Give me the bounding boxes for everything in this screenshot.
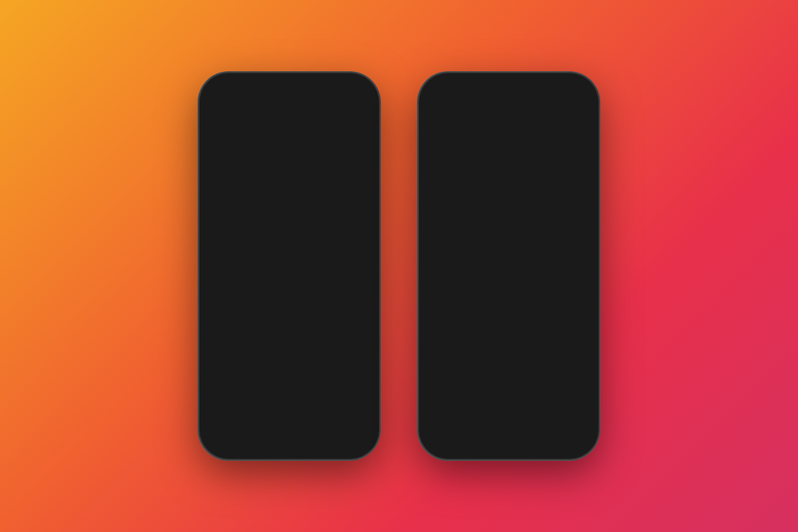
heart-icon-2[interactable]: ♡	[279, 329, 285, 336]
comment-username-1: eloears	[219, 292, 241, 299]
action-buttons-1: ⊕ ? ➤	[341, 396, 372, 406]
comments-2: eloears are you going on tour soon? ♡ ph…	[419, 285, 508, 386]
svg-rect-13	[314, 189, 356, 192]
battery-icon-1: ▮	[362, 90, 366, 98]
comment-placeholder-2: Add a Comment...	[434, 397, 493, 405]
controls-bar-2: 🎙 📹 🙂 ↺	[419, 257, 598, 280]
heart-icon-2-3[interactable]: ♡	[498, 356, 504, 363]
comment-avatar-2-3	[423, 356, 435, 368]
add-content-button-1[interactable]: ⊕	[341, 396, 349, 406]
share-button-2[interactable]: ➤	[585, 396, 592, 406]
camera-icon-2[interactable]: 📹	[490, 263, 501, 274]
comment-text-2-3: Love this.	[439, 372, 465, 378]
heart-icon-2-2[interactable]: ♡	[498, 328, 504, 335]
comment-avatar-3	[203, 356, 215, 368]
status-bar-1: 9:41 ▌▌▌ ▾ ▮	[200, 73, 379, 102]
status-icons-2: ▌▌▌ ▾ ▮	[557, 90, 585, 98]
more-button-1[interactable]: •••	[328, 396, 336, 406]
svg-rect-52	[534, 306, 574, 316]
video-cell-1-4	[290, 280, 379, 386]
comment-input-2[interactable]: Add a Comment...	[426, 391, 542, 411]
live-badge-1[interactable]: LIVE	[303, 110, 327, 120]
svg-rect-40	[551, 161, 557, 168]
host-username-2: photosbyean, ame...	[448, 111, 518, 119]
video-grid-1	[200, 128, 379, 257]
close-button-2[interactable]: ✕	[583, 109, 592, 122]
svg-point-28	[429, 117, 440, 124]
camera-icon-1[interactable]: 📹	[271, 263, 282, 274]
comment-content-2: photosbyean Hey friend!!	[219, 328, 275, 352]
host-avatar-2	[426, 106, 444, 124]
video-grid-bottom-1: eloears are you going on tour soon? ♡ ph…	[200, 280, 379, 386]
rotate-icon-2[interactable]: ↺	[545, 263, 553, 274]
svg-rect-26	[293, 380, 376, 386]
question-button-2[interactable]: ?	[574, 396, 579, 406]
phone-2: 9:41 ▌▌▌ ▾ ▮ photosbyean, ame... LIVE ◉ …	[419, 73, 598, 459]
svg-point-27	[432, 110, 438, 117]
mic-icon-1[interactable]: 🎙	[245, 263, 255, 274]
home-bar-2	[469, 420, 549, 423]
comment-content-1: eloears are you going on tour soon?	[219, 288, 275, 324]
heart-icon-1[interactable]: ♡	[279, 289, 285, 297]
comment-content-3: travis_shreds18 Love this.	[219, 356, 275, 380]
svg-point-0	[212, 110, 219, 117]
status-time-2: 9:41	[432, 88, 451, 98]
heart-icon-3[interactable]: ♡	[279, 357, 285, 364]
comment-row-2-1: eloears are you going on tour soon? ♡	[423, 288, 504, 324]
video-cell-2-2-gray	[509, 128, 598, 192]
emoji-icon-2[interactable]: 🙂	[517, 263, 529, 274]
comment-username-2-3: travis_shreds18	[439, 360, 485, 366]
eye-icon-1: ◉	[334, 112, 340, 119]
eye-icon-2: ◉	[554, 112, 560, 119]
more-button-2[interactable]: •••	[547, 396, 556, 406]
svg-rect-33	[460, 158, 467, 161]
live-badge-2[interactable]: LIVE	[522, 110, 546, 120]
viewers-badge-1: ◉ 20k	[331, 110, 357, 120]
svg-rect-34	[446, 166, 481, 192]
svg-rect-7	[226, 166, 261, 192]
viewers-badge-2: ◉ 20k	[550, 110, 577, 120]
comment-text-2: Hey friend!!	[219, 344, 250, 350]
close-button-1[interactable]: ✕	[364, 109, 372, 122]
video-grid-2	[419, 128, 598, 257]
question-button-1[interactable]: ?	[354, 396, 360, 406]
comment-input-1[interactable]: Add a Comment...	[206, 391, 323, 411]
svg-point-11	[325, 137, 345, 153]
svg-point-39	[551, 155, 557, 161]
viewer-count-2: 20k	[562, 112, 573, 119]
home-indicator-2	[419, 416, 598, 428]
share-button-1[interactable]: ➤	[365, 396, 372, 406]
video-grid-bottom-2: eloears are you going on tour soon? ♡ ph…	[419, 280, 598, 386]
comment-content-2-2: photosbyean Hey friend!!	[439, 328, 494, 352]
wifi-icon-1: ▾	[355, 90, 359, 98]
comment-text-1: are you going on tour soon?	[219, 304, 264, 323]
emoji-icon-1[interactable]: 🙂	[298, 263, 309, 274]
mic-icon-2[interactable]: 🎙	[465, 263, 474, 274]
comment-avatar-2-1	[423, 288, 435, 300]
comment-username-2-1: eloears	[439, 292, 460, 299]
comment-text-2-1: are you going on tour soon?	[439, 304, 483, 323]
signal-icon-2: ▌▌▌	[557, 90, 572, 98]
comment-avatar-2-2	[423, 328, 435, 340]
comment-content-2-1: eloears are you going on tour soon?	[439, 288, 494, 324]
svg-rect-12	[320, 166, 348, 192]
action-buttons-2: ⊕ ? ➤	[561, 396, 592, 406]
comment-row-2-2: photosbyean Hey friend!! ♡	[423, 328, 504, 352]
status-icons-1: ▌▌▌ ▾ ▮	[337, 90, 366, 98]
video-cell-2-1	[419, 128, 508, 192]
video-cell-1-3: eloears are you going on tour soon? ♡ ph…	[200, 280, 289, 386]
rotate-icon-1[interactable]: ↺	[325, 263, 333, 274]
comments-1: eloears are you going on tour soon? ♡ ph…	[200, 285, 289, 386]
comment-row-2: photosbyean Hey friend!! ♡	[203, 328, 285, 352]
comment-placeholder-1: Add a Comment...	[215, 397, 274, 405]
wifi-icon-2: ▾	[575, 90, 579, 98]
add-content-button-2[interactable]: ⊕	[561, 396, 569, 406]
video-cell-1-2	[290, 128, 379, 192]
comment-content-2-3: travis_shreds18 Love this.	[439, 356, 494, 380]
heart-icon-2-1[interactable]: ♡	[498, 288, 504, 295]
svg-rect-6	[241, 158, 247, 161]
video-cell-1-1	[200, 128, 289, 192]
comment-input-bar-1: Add a Comment... ••• ⊕ ? ➤	[200, 386, 379, 416]
svg-rect-24	[315, 306, 354, 316]
phone-2-screen: 9:41 ▌▌▌ ▾ ▮ photosbyean, ame... LIVE ◉ …	[419, 73, 598, 459]
